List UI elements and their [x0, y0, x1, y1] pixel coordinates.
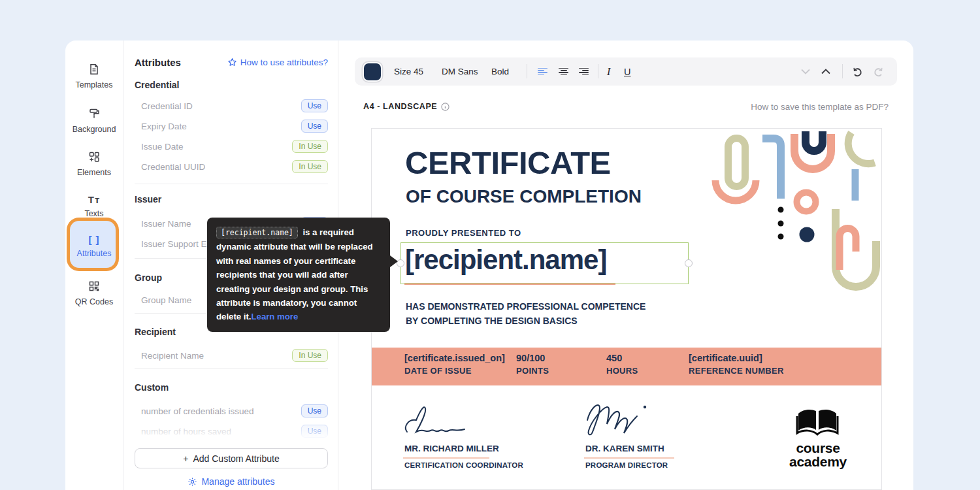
star-icon: [227, 57, 237, 67]
how-to-use-attributes-link[interactable]: How to use attributes?: [227, 57, 328, 67]
recipient-attribute-tooltip: [recipient.name] is a required dynamic a…: [207, 218, 390, 332]
signature-divider-2: [584, 457, 674, 459]
logo-text-line1[interactable]: course: [772, 441, 864, 455]
body-line-2: BY COMPLETING THE DESIGN BASICS: [406, 314, 645, 329]
sidebar-item-label: Texts: [68, 209, 120, 218]
attribute-label: Credential ID: [141, 101, 193, 111]
signer-role-2[interactable]: PROGRAM DIRECTOR: [585, 461, 668, 469]
attribute-row: Credential ID Use: [141, 98, 328, 114]
in-use-badge[interactable]: In Use: [292, 140, 328, 153]
plus-icon: +: [183, 453, 188, 464]
sidebar-item-texts[interactable]: Tт Texts: [68, 194, 120, 218]
toolbar-separator: [598, 64, 598, 78]
sidebar-item-label: Attributes: [68, 249, 120, 258]
elements-grid-icon: [88, 150, 101, 163]
attribute-label: number of credentials issued: [141, 406, 254, 416]
sidebar-item-templates[interactable]: Templates: [68, 63, 120, 90]
signer-name-2[interactable]: DR. KAREN SMITH: [585, 444, 664, 453]
use-badge[interactable]: Use: [301, 120, 328, 133]
font-family-dropdown[interactable]: DM Sans: [442, 57, 478, 86]
band-column-hours: 450 HOURS: [606, 353, 638, 376]
attribute-row: Recipient Name In Use: [141, 348, 328, 363]
certificate-subtitle[interactable]: OF COURSE COMPLETION: [406, 186, 642, 207]
attribute-label: Recipient Name: [141, 351, 204, 361]
align-left-button[interactable]: [538, 57, 547, 86]
signature-scribble-2: [582, 398, 657, 438]
certificate-canvas[interactable]: CERTIFICATE OF COURSE COMPLETION PROUDLY…: [371, 128, 882, 490]
sidebar-item-label: Elements: [68, 168, 120, 177]
add-button-label: Add Custom Attribute: [193, 453, 279, 464]
font-size-dropdown[interactable]: Size 45: [394, 57, 423, 86]
manage-link-label: Manage attributes: [201, 476, 274, 487]
attribute-row: Credential UUID In Use: [141, 159, 328, 174]
qr-code-icon: [88, 280, 101, 293]
paint-roller-icon: [88, 107, 101, 120]
toolbar-separator: [527, 64, 527, 78]
section-header-issuer: Issuer: [135, 194, 161, 204]
text-format-toolbar: Size 45 DM Sans Bold I U: [355, 57, 897, 86]
align-right-button[interactable]: [579, 57, 589, 86]
attribute-label: Issuer Name: [141, 219, 191, 229]
color-swatch: [364, 63, 381, 80]
open-book-logo-icon: [796, 408, 839, 438]
band-value: 90/100: [516, 353, 549, 363]
in-use-badge[interactable]: In Use: [292, 349, 328, 362]
info-icon[interactable]: [441, 103, 449, 111]
in-use-badge[interactable]: In Use: [292, 160, 328, 173]
signer-role-1[interactable]: CERTIFICATION COORDINATOR: [404, 461, 523, 469]
attribute-label: Expiry Date: [141, 122, 187, 131]
sidebar-item-background[interactable]: Background: [68, 107, 120, 134]
signature-divider-1: [403, 457, 489, 459]
sidebar-item-label: Background: [68, 125, 120, 134]
gear-icon: [188, 477, 197, 487]
sidebar-item-attributes[interactable]: [ ] Attributes: [68, 234, 120, 258]
panel-title: Attributes: [135, 57, 181, 68]
resize-handle-right[interactable]: [685, 259, 693, 267]
redo-icon: [874, 67, 884, 77]
redo-button[interactable]: [874, 57, 884, 86]
align-center-button[interactable]: [559, 57, 568, 86]
align-center-icon: [559, 68, 568, 76]
sidebar-item-label: QR Codes: [68, 297, 120, 306]
certificate-body-text[interactable]: HAS DEMONSTRATED PROFESSIONAL COMPETENCE…: [406, 300, 645, 328]
band-value: 450: [606, 353, 638, 363]
align-left-icon: [538, 68, 547, 76]
sidebar-item-qr-codes[interactable]: QR Codes: [68, 280, 120, 306]
underline-button[interactable]: U: [624, 57, 630, 86]
tooltip-text: is a required dynamic attribute that wil…: [216, 227, 373, 321]
sidebar-item-elements[interactable]: Elements: [68, 150, 120, 177]
add-custom-attribute-button[interactable]: + Add Custom Attribute: [135, 448, 328, 468]
recipient-placeholder-text[interactable]: [recipient.name]: [405, 244, 606, 276]
learn-more-link[interactable]: Learn more: [252, 312, 299, 321]
font-weight-dropdown[interactable]: Bold: [491, 57, 509, 86]
layer-up-button[interactable]: [821, 57, 830, 86]
certificate-info-band[interactable]: [certificate.issued_on] DATE OF ISSUE 90…: [372, 348, 882, 385]
band-value: [certificate.uuid]: [689, 353, 784, 363]
band-label: DATE OF ISSUE: [404, 366, 505, 376]
text-color-picker[interactable]: [364, 57, 381, 86]
logo-text-line2[interactable]: academy: [772, 455, 864, 468]
undo-button[interactable]: [852, 57, 862, 86]
attribute-code-chip: [recipient.name]: [216, 227, 298, 238]
band-label: POINTS: [516, 366, 549, 376]
use-badge[interactable]: Use: [301, 99, 328, 112]
chevron-down-icon: [801, 69, 810, 74]
section-divider: [135, 184, 328, 184]
signer-name-1[interactable]: MR. RICHARD MILLER: [404, 444, 499, 453]
layer-down-button[interactable]: [801, 57, 810, 86]
panel-scroll-fade: [123, 416, 337, 448]
manage-attributes-link[interactable]: Manage attributes: [135, 476, 328, 487]
recipient-selection-box[interactable]: [recipient.name]: [400, 242, 689, 284]
pdf-help-link[interactable]: How to save this template as PDF?: [751, 102, 889, 112]
attribute-label: Credential UUID: [141, 162, 205, 172]
italic-button[interactable]: I: [607, 57, 610, 86]
band-column-reference: [certificate.uuid] REFERENCE NUMBER: [689, 353, 784, 376]
certificate-title[interactable]: CERTIFICATE: [405, 144, 611, 181]
attribute-label: Group Name: [141, 295, 191, 305]
align-right-icon: [579, 68, 589, 76]
decorative-shapes: [708, 129, 882, 296]
presented-label[interactable]: PROUDLY PRESENTED TO: [406, 228, 521, 238]
band-column-date: [certificate.issued_on] DATE OF ISSUE: [404, 353, 505, 376]
tooltip-arrow: [390, 255, 398, 267]
help-link-label: How to use attributes?: [240, 57, 328, 67]
